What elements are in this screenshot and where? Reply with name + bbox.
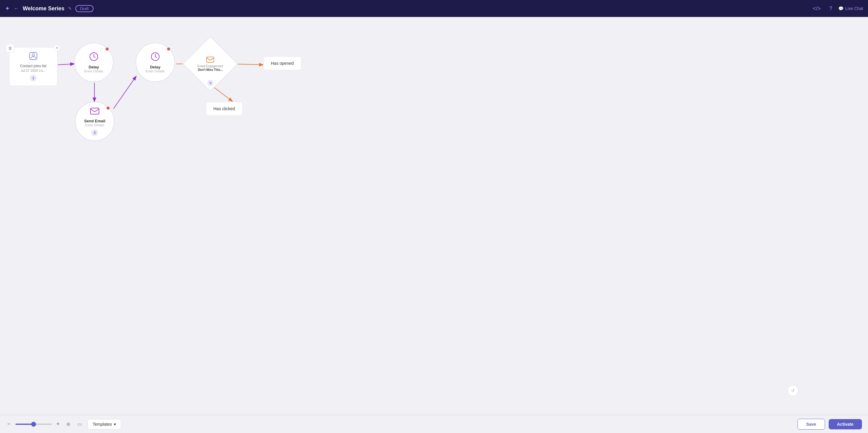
trigger-box[interactable]: 🗑 ✕ Contact joins list Jul 27 2020 Lis..… (9, 47, 58, 86)
delay1-circle[interactable]: Delay Enter Details (74, 43, 114, 82)
delay1-node[interactable]: Delay Enter Details (74, 43, 114, 82)
engagement-sub: Don't Miss This... (198, 68, 223, 71)
delay1-sub: Enter Details (85, 69, 103, 73)
logo-icon[interactable]: ✦ (5, 5, 10, 12)
templates-chevron: ▾ (114, 422, 116, 427)
page-title: Welcome Series (23, 5, 64, 12)
undo-button[interactable]: ↺ (787, 385, 798, 396)
svg-line-0 (58, 64, 74, 65)
delay1-title: Delay (89, 65, 99, 69)
trigger-label: Contact joins list (14, 64, 52, 68)
fullscreen-button[interactable]: ▭ (76, 420, 84, 428)
workflow-canvas[interactable]: 🗑 ✕ Contact joins list Jul 27 2020 Lis..… (0, 17, 868, 415)
email-engagement-node[interactable]: Email Engagement Don't Miss This... 3 (191, 44, 230, 84)
error-dot-3 (106, 107, 110, 110)
live-chat-label: Live Chat (845, 6, 863, 11)
templates-label: Templates (93, 422, 112, 427)
has-opened-box[interactable]: Has opened (263, 56, 302, 70)
delay2-node[interactable]: Delay Enter Details (135, 43, 175, 82)
close-button[interactable]: ✕ (54, 45, 60, 51)
help-icon-button[interactable]: ? (827, 4, 835, 13)
envelope-icon (90, 107, 100, 117)
zoom-in-button[interactable]: + (55, 421, 61, 427)
diamond-content: Email Engagement Don't Miss This... (198, 57, 223, 71)
bottom-toolbar: − + ⊕ ▭ Templates ▾ Save Activate (0, 415, 868, 433)
delete-button[interactable]: 🗑 (6, 44, 14, 52)
connections-layer (0, 17, 868, 415)
engagement-label: Email Engagement (198, 64, 223, 68)
delay2-title: Delay (150, 65, 161, 69)
trigger-sub: Jul 27 2020 Lis... (14, 69, 52, 73)
chat-icon: 💬 (838, 6, 843, 11)
svg-rect-11 (207, 57, 214, 62)
save-button[interactable]: Save (798, 419, 825, 430)
zoom-slider[interactable] (16, 424, 52, 425)
header: ✦ ← Welcome Series ✎ Draft </> ? 💬 Live … (0, 0, 868, 17)
code-icon-button[interactable]: </> (810, 4, 823, 13)
error-dot-2 (167, 48, 170, 51)
trigger-badge: 1 (30, 75, 37, 82)
send-email-node[interactable]: Send Email Enter Details 2 (75, 102, 115, 141)
back-button[interactable]: ← (13, 5, 19, 12)
zoom-out-button[interactable]: − (6, 421, 12, 427)
send-email-badge: 2 (91, 129, 98, 136)
trigger-node[interactable]: 🗑 ✕ Contact joins list Jul 27 2020 Lis..… (9, 47, 58, 86)
activate-button[interactable]: Activate (829, 419, 862, 429)
live-chat-button[interactable]: 💬 Live Chat (838, 6, 863, 11)
status-badge: Draft (75, 5, 94, 12)
clock-icon-2 (150, 52, 160, 64)
edit-title-icon[interactable]: ✎ (68, 6, 72, 11)
svg-rect-10 (91, 108, 99, 114)
mail-icon (207, 57, 214, 64)
bottom-right-actions: Save Activate (798, 419, 862, 430)
send-email-sub: Enter Details (85, 123, 104, 127)
center-view-button[interactable]: ⊕ (64, 420, 72, 428)
send-email-circle[interactable]: Send Email Enter Details 2 (75, 102, 115, 141)
svg-point-7 (32, 54, 34, 56)
has-clicked-label: Has clicked (213, 106, 235, 111)
has-clicked-box[interactable]: Has clicked (206, 102, 243, 116)
error-dot (105, 48, 108, 51)
svg-line-2 (114, 77, 136, 109)
send-email-title: Send Email (84, 119, 105, 123)
templates-button[interactable]: Templates ▾ (88, 419, 121, 429)
delay2-sub: Enter Details (146, 69, 165, 73)
contact-icon (14, 52, 52, 62)
clock-icon (89, 52, 99, 64)
has-opened-label: Has opened (271, 61, 294, 66)
delay2-circle[interactable]: Delay Enter Details (135, 43, 175, 82)
